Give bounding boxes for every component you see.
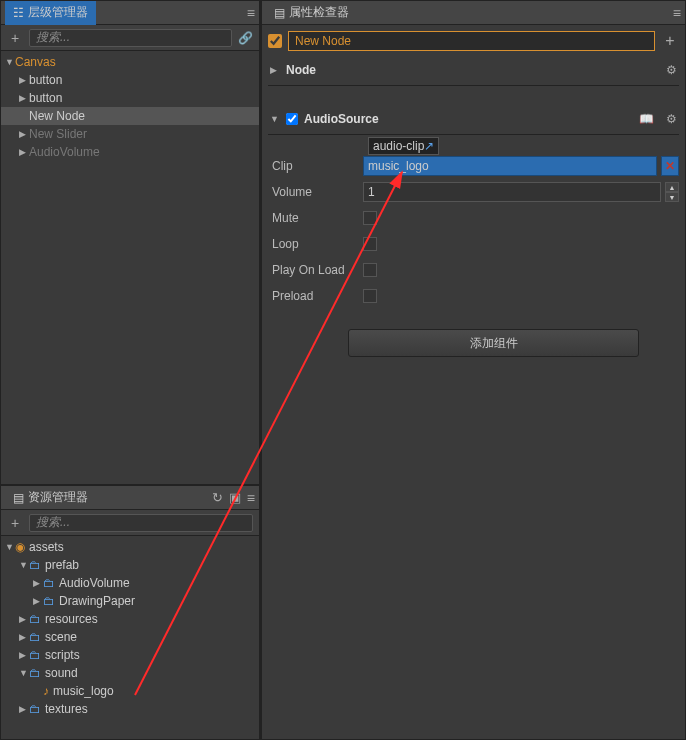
chevron-right-icon: ▶ [19,632,29,642]
loop-label: Loop [268,237,363,251]
tree-item-label: assets [29,540,64,554]
hierarchy-menu-icon[interactable]: ≡ [247,5,255,21]
clip-clear-button[interactable]: ✕ [661,156,679,176]
tree-item-audio-volume[interactable]: ▶ AudioVolume [1,143,259,161]
tree-item-label: music_logo [53,684,114,698]
tree-folder-textures[interactable]: ▶ 🗀 textures [1,700,259,718]
tree-item-button[interactable]: ▶ button [1,71,259,89]
hierarchy-search-input[interactable]: 搜索... [29,29,232,47]
node-section-title: Node [286,63,316,77]
chevron-down-icon: ▼ [270,114,280,124]
tree-folder-drawingpaper[interactable]: ▶ 🗀 DrawingPaper [1,592,259,610]
folder-icon: 🗀 [29,558,41,572]
tree-item-label: button [29,91,62,105]
chevron-right-icon: ▶ [19,650,29,660]
volume-label: Volume [268,185,363,199]
tree-folder-scripts[interactable]: ▶ 🗀 scripts [1,646,259,664]
clip-value: music_logo [368,159,429,173]
inspector-header: ▤ 属性检查器 ≡ [262,1,685,25]
tree-item-label: New Slider [29,127,87,141]
chevron-right-icon: ▶ [19,129,29,139]
preload-checkbox[interactable] [363,289,377,303]
node-enable-checkbox[interactable] [268,34,282,48]
inspector-icon: ▤ [274,6,285,20]
tree-folder-scene[interactable]: ▶ 🗀 scene [1,628,259,646]
mute-checkbox[interactable] [363,211,377,225]
tree-item-label: textures [45,702,88,716]
folder-icon: 🗀 [29,630,41,644]
inspector-tab[interactable]: ▤ 属性检查器 [266,1,357,25]
node-name-input[interactable] [288,31,655,51]
chevron-right-icon: ▶ [33,596,43,606]
link-icon[interactable]: 🔗 [238,31,253,45]
mute-label: Mute [268,211,363,225]
hierarchy-header: ☷ 层级管理器 ≡ [1,1,259,25]
hierarchy-toolbar: + 搜索... 🔗 [1,25,259,51]
tree-item-label: button [29,73,62,87]
chevron-down-icon: ▼ [19,560,29,570]
tree-item-label: prefab [45,558,79,572]
chevron-right-icon: ▶ [19,614,29,624]
tree-canvas[interactable]: ▼ Canvas [1,53,259,71]
add-component-button[interactable]: 添加组件 [348,329,639,357]
clip-label: Clip [268,159,363,173]
tree-item-new-slider[interactable]: ▶ New Slider [1,125,259,143]
tree-item-label: AudioVolume [29,145,100,159]
refresh-icon[interactable]: ↻ [212,490,223,505]
inspector-body: + ▶ Node ⚙ ▼ AudioSource 📖 ⚙ [262,25,685,739]
tree-folder-resources[interactable]: ▶ 🗀 resources [1,610,259,628]
hierarchy-tab[interactable]: ☷ 层级管理器 [5,1,96,25]
tree-item-label: New Node [29,109,85,123]
chevron-right-icon: ▶ [19,147,29,157]
chevron-right-icon: ▶ [19,75,29,85]
tree-folder-prefab[interactable]: ▼ 🗀 prefab [1,556,259,574]
gear-icon[interactable]: ⚙ [666,63,677,77]
assets-title: 资源管理器 [28,489,88,506]
tree-item-label: resources [45,612,98,626]
folder-icon: 🗀 [43,594,55,608]
node-section-header[interactable]: ▶ Node ⚙ [268,59,679,81]
hierarchy-title: 层级管理器 [28,4,88,21]
tree-item-label: scene [45,630,77,644]
assets-tree: ▼ ◉ assets ▼ 🗀 prefab ▶ 🗀 AudioVolume ▶ … [1,536,259,739]
folder-icon: 🗀 [29,612,41,626]
tree-item-label: AudioVolume [59,576,130,590]
assets-tab[interactable]: ▤ 资源管理器 [5,486,96,510]
assets-toolbar: + 搜索... [1,510,259,536]
assets-menu-icon[interactable]: ≡ [247,490,255,506]
playonload-label: Play On Load [268,263,363,277]
new-asset-icon[interactable]: ▣ [229,490,241,505]
help-icon[interactable]: 📖 [639,112,654,126]
folder-icon: 🗀 [29,648,41,662]
inspector-menu-icon[interactable]: ≡ [673,5,681,21]
tree-folder-audiovolume[interactable]: ▶ 🗀 AudioVolume [1,574,259,592]
tree-item-label: sound [45,666,78,680]
folder-icon: 🗀 [43,576,55,590]
tree-asset-music-logo[interactable]: ♪ music_logo [1,682,259,700]
gear-icon[interactable]: ⚙ [666,112,677,126]
audiosource-enable-checkbox[interactable] [286,113,298,125]
assets-add-button[interactable]: + [7,515,23,531]
spinner-up[interactable]: ▲ [665,182,679,192]
add-component-plus[interactable]: + [661,32,679,50]
chevron-down-icon: ▼ [5,542,15,552]
tree-folder-sound[interactable]: ▼ 🗀 sound [1,664,259,682]
inspector-title: 属性检查器 [289,4,349,21]
tree-item-button[interactable]: ▶ button [1,89,259,107]
chevron-down-icon: ▼ [19,668,29,678]
assets-icon: ▤ [13,491,24,505]
clip-field[interactable]: music_logo [363,156,657,176]
tree-item-new-node[interactable]: New Node [1,107,259,125]
tree-assets-root[interactable]: ▼ ◉ assets [1,538,259,556]
spinner-down[interactable]: ▼ [665,192,679,202]
audiosource-section-title: AudioSource [304,112,379,126]
tree-item-label: scripts [45,648,80,662]
folder-icon: 🗀 [29,702,41,716]
playonload-checkbox[interactable] [363,263,377,277]
loop-checkbox[interactable] [363,237,377,251]
volume-input[interactable] [363,182,661,202]
audiosource-section-header[interactable]: ▼ AudioSource 📖 ⚙ [268,108,679,130]
hierarchy-add-button[interactable]: + [7,30,23,46]
assets-search-input[interactable]: 搜索... [29,514,253,532]
assets-root-icon: ◉ [15,540,25,554]
